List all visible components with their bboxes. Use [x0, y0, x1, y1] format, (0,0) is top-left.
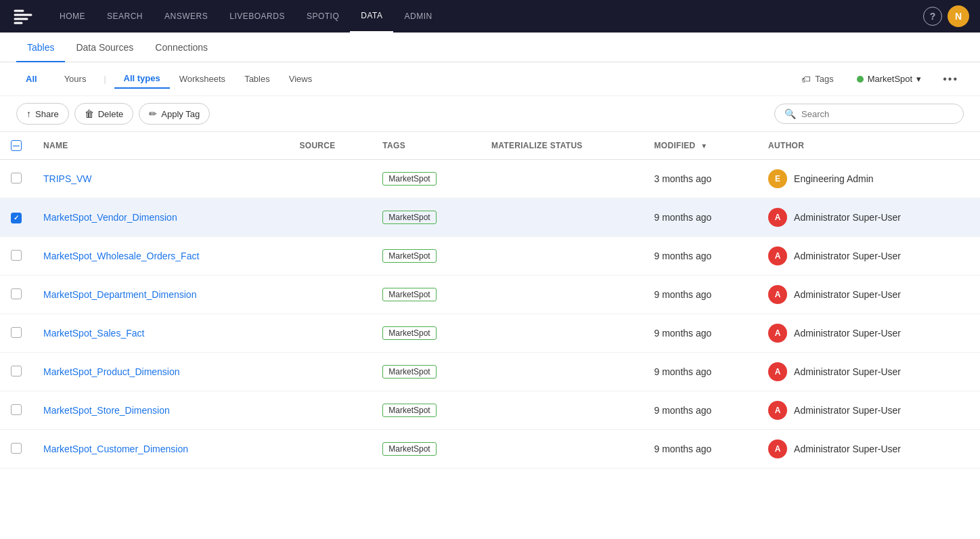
row-tags: MarketSpot [372, 237, 481, 276]
row-author: A Administrator Super-User [757, 353, 980, 391]
author-name: Administrator Super-User [794, 212, 901, 223]
nav-data[interactable]: DATA [350, 0, 393, 33]
header-modified[interactable]: Modified ▼ [644, 132, 758, 160]
header-source: Source [288, 132, 372, 160]
nav-search[interactable]: SEARCH [96, 0, 154, 33]
author-avatar: A [768, 208, 787, 227]
author-name: Administrator Super-User [794, 405, 901, 416]
apply-tag-button[interactable]: ✏ Apply Tag [139, 103, 210, 125]
row-name[interactable]: MarketSpot_Vendor_Dimension [32, 198, 288, 237]
author-avatar: A [768, 246, 787, 265]
filter-all[interactable]: All [16, 70, 47, 88]
sort-arrow-icon: ▼ [700, 142, 707, 150]
type-worksheets[interactable]: Worksheets [170, 70, 235, 88]
row-materialize-status [481, 276, 644, 314]
row-checkbox-cell [0, 198, 32, 237]
nav-answers[interactable]: ANSWERS [154, 0, 219, 33]
nav-spotiq[interactable]: SPOTIQ [296, 0, 350, 33]
nav-home[interactable]: HOME [49, 0, 96, 33]
apply-tag-icon: ✏ [149, 108, 157, 119]
author-name: Administrator Super-User [794, 366, 901, 377]
row-tags: MarketSpot [372, 391, 481, 430]
marketspot-label: MarketSpot [868, 74, 912, 84]
row-checkbox[interactable] [11, 404, 22, 415]
tags-button[interactable]: 🏷 Tags [795, 70, 840, 88]
name-label: Name [43, 141, 68, 150]
tag-badge: MarketSpot [382, 211, 436, 224]
row-materialize-status [481, 237, 644, 276]
share-icon: ↑ [26, 108, 31, 119]
author-cell: A Administrator Super-User [768, 401, 969, 420]
row-source [288, 276, 372, 314]
row-name[interactable]: TRIPS_VW [32, 160, 288, 198]
app-logo[interactable] [11, 4, 35, 28]
row-tags: MarketSpot [372, 198, 481, 237]
author-name: Administrator Super-User [794, 328, 901, 339]
type-all-types[interactable]: All types [114, 69, 170, 89]
row-checkbox[interactable] [11, 173, 22, 184]
sub-tabs: Tables Data Sources Connections [0, 33, 980, 62]
row-checkbox[interactable] [11, 250, 22, 261]
delete-button[interactable]: 🗑 Delete [74, 103, 134, 125]
filter-separator: | [104, 74, 106, 84]
nav-liveboards[interactable]: LIVEBOARDS [219, 0, 296, 33]
help-button[interactable]: ? [923, 7, 942, 26]
row-checkbox[interactable] [11, 327, 22, 338]
user-avatar[interactable]: N [948, 5, 969, 27]
row-checkbox-cell [0, 314, 32, 353]
row-source [288, 198, 372, 237]
filter-row: All Yours | All types Worksheets Tables … [0, 62, 980, 96]
row-name[interactable]: MarketSpot_Product_Dimension [32, 353, 288, 391]
author-name: Administrator Super-User [794, 251, 901, 261]
share-label: Share [35, 109, 59, 119]
row-materialize-status [481, 391, 644, 430]
row-name[interactable]: MarketSpot_Wholesale_Orders_Fact [32, 237, 288, 276]
row-author: A Administrator Super-User [757, 237, 980, 276]
share-button[interactable]: ↑ Share [16, 103, 69, 125]
row-checkbox[interactable] [11, 443, 22, 454]
row-name[interactable]: MarketSpot_Customer_Dimension [32, 430, 288, 469]
row-checkbox[interactable] [11, 213, 22, 223]
tag-icon: 🏷 [801, 74, 811, 85]
row-name[interactable]: MarketSpot_Sales_Fact [32, 314, 288, 353]
row-modified: 9 months ago [644, 276, 758, 314]
header-materialize-status: Materialize Status [481, 132, 644, 160]
row-modified: 9 months ago [644, 198, 758, 237]
more-options-button[interactable]: ••• [937, 70, 964, 89]
row-source [288, 314, 372, 353]
header-row: Name Source Tags Materialize Status Modi… [0, 132, 980, 160]
author-avatar: A [768, 439, 787, 458]
row-materialize-status [481, 198, 644, 237]
row-name[interactable]: MarketSpot_Department_Dimension [32, 276, 288, 314]
nav-admin[interactable]: ADMIN [393, 0, 443, 33]
tag-badge: MarketSpot [382, 404, 436, 417]
search-input[interactable] [801, 109, 954, 119]
row-author: E Engineering Admin [757, 160, 980, 198]
source-label: Source [299, 141, 335, 150]
marketspot-dot [857, 76, 864, 83]
row-checkbox[interactable] [11, 366, 22, 376]
author-avatar: A [768, 324, 787, 343]
header-name[interactable]: Name [32, 132, 288, 160]
row-tags: MarketSpot [372, 160, 481, 198]
header-tags: Tags [372, 132, 481, 160]
row-author: A Administrator Super-User [757, 276, 980, 314]
tab-data-sources[interactable]: Data Sources [65, 33, 144, 62]
type-views[interactable]: Views [280, 70, 321, 88]
row-materialize-status [481, 430, 644, 469]
author-cell: A Administrator Super-User [768, 208, 969, 227]
tab-connections[interactable]: Connections [144, 33, 219, 62]
row-checkbox[interactable] [11, 288, 22, 299]
row-modified: 9 months ago [644, 391, 758, 430]
row-name[interactable]: MarketSpot_Store_Dimension [32, 391, 288, 430]
tab-tables[interactable]: Tables [16, 33, 65, 62]
filter-yours[interactable]: Yours [55, 70, 96, 88]
tag-badge: MarketSpot [382, 326, 436, 340]
type-tables[interactable]: Tables [235, 70, 280, 88]
row-checkbox-cell [0, 237, 32, 276]
table-wrapper: Name Source Tags Materialize Status Modi… [0, 132, 980, 469]
select-all-checkbox[interactable] [11, 140, 22, 151]
marketspot-filter-button[interactable]: MarketSpot ▾ [849, 70, 929, 87]
row-checkbox-cell [0, 276, 32, 314]
search-icon: 🔍 [784, 108, 796, 119]
